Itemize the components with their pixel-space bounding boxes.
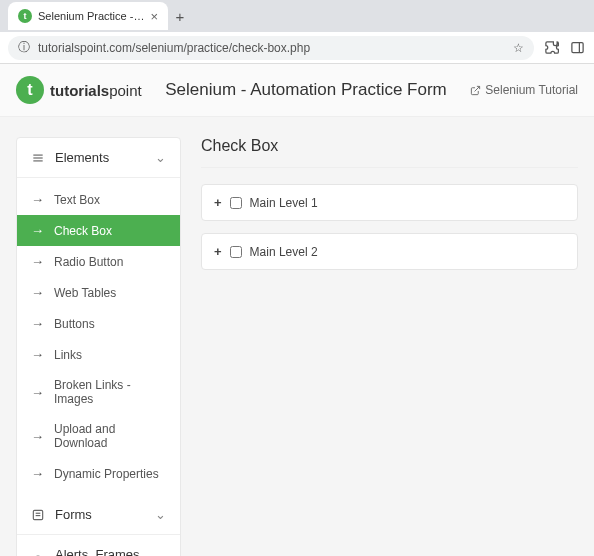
- section-elements[interactable]: Elements ⌄: [17, 138, 180, 178]
- browser-chrome: t Selenium Practice - Check B × + ⓘ tuto…: [0, 0, 594, 64]
- forms-icon: [31, 508, 45, 522]
- nav-item-check-box[interactable]: →Check Box: [17, 215, 180, 246]
- nav-item-label: Buttons: [54, 317, 95, 331]
- site-info-icon[interactable]: ⓘ: [18, 39, 30, 56]
- nav-item-links[interactable]: →Links: [17, 339, 180, 370]
- nav-item-label: Dynamic Properties: [54, 467, 159, 481]
- nav-item-buttons[interactable]: →Buttons: [17, 308, 180, 339]
- nav-item-label: Web Tables: [54, 286, 116, 300]
- expand-icon[interactable]: +: [214, 244, 222, 259]
- page-header: t tutorialspoint Selenium - Automation P…: [0, 64, 594, 117]
- nav-item-upload-and-download[interactable]: →Upload and Download: [17, 414, 180, 458]
- svg-line-2: [475, 86, 480, 91]
- arrow-right-icon: →: [31, 223, 44, 238]
- section-forms[interactable]: Forms ⌄: [17, 495, 180, 535]
- divider: [201, 167, 578, 168]
- extensions-icon[interactable]: [542, 39, 560, 57]
- address-bar[interactable]: ⓘ tutorialspoint.com/selenium/practice/c…: [8, 36, 534, 60]
- section-alerts[interactable]: Alerts, Frames & Windows ⌄: [17, 535, 180, 556]
- level-label: Main Level 1: [250, 196, 318, 210]
- external-link-icon: [470, 85, 481, 96]
- arrow-right-icon: →: [31, 385, 44, 400]
- favicon-icon: t: [18, 9, 32, 23]
- level-checkbox[interactable]: [230, 246, 242, 258]
- nav-item-radio-button[interactable]: →Radio Button: [17, 246, 180, 277]
- chevron-down-icon: ⌄: [155, 507, 166, 522]
- tree-container: +Main Level 1+Main Level 2: [201, 184, 578, 270]
- new-tab-button[interactable]: +: [168, 8, 192, 25]
- menu-icon: [31, 151, 45, 165]
- nav-item-label: Links: [54, 348, 82, 362]
- toolbar: ⓘ tutorialspoint.com/selenium/practice/c…: [0, 32, 594, 64]
- tree-row-level-2: +Main Level 2: [201, 233, 578, 270]
- level-checkbox[interactable]: [230, 197, 242, 209]
- main-panel: Check Box +Main Level 1+Main Level 2: [201, 137, 578, 556]
- nav-item-label: Text Box: [54, 193, 100, 207]
- nav-item-web-tables[interactable]: →Web Tables: [17, 277, 180, 308]
- panel-icon[interactable]: [568, 39, 586, 57]
- sidebar: Elements ⌄ →Text Box→Check Box→Radio But…: [16, 137, 181, 556]
- tree-row-level-1: +Main Level 1: [201, 184, 578, 221]
- bookmark-star-icon[interactable]: ☆: [513, 41, 524, 55]
- content-area: Elements ⌄ →Text Box→Check Box→Radio But…: [0, 117, 594, 556]
- tab-title: Selenium Practice - Check B: [38, 10, 144, 22]
- logo[interactable]: t tutorialspoint: [16, 76, 142, 104]
- nav-item-dynamic-properties[interactable]: →Dynamic Properties: [17, 458, 180, 489]
- arrow-right-icon: →: [31, 285, 44, 300]
- arrow-right-icon: →: [31, 316, 44, 331]
- logo-text: tutorialspoint: [50, 82, 142, 99]
- arrow-right-icon: →: [31, 192, 44, 207]
- expand-icon[interactable]: +: [214, 195, 222, 210]
- arrow-right-icon: →: [31, 254, 44, 269]
- selenium-tutorial-link[interactable]: Selenium Tutorial: [470, 83, 578, 97]
- tab-strip: t Selenium Practice - Check B × +: [0, 0, 594, 32]
- main-title: Check Box: [201, 137, 578, 163]
- nav-items: →Text Box→Check Box→Radio Button→Web Tab…: [17, 178, 180, 495]
- nav-item-label: Check Box: [54, 224, 112, 238]
- nav-item-text-box[interactable]: →Text Box: [17, 184, 180, 215]
- close-tab-icon[interactable]: ×: [150, 9, 158, 24]
- nav-item-broken-links-images[interactable]: →Broken Links - Images: [17, 370, 180, 414]
- nav-item-label: Broken Links - Images: [54, 378, 166, 406]
- nav-item-label: Upload and Download: [54, 422, 166, 450]
- arrow-right-icon: →: [31, 429, 44, 444]
- logo-icon: t: [16, 76, 44, 104]
- nav-item-label: Radio Button: [54, 255, 123, 269]
- level-label: Main Level 2: [250, 245, 318, 259]
- browser-tab[interactable]: t Selenium Practice - Check B ×: [8, 2, 168, 30]
- page-title: Selenium - Automation Practice Form: [154, 80, 459, 100]
- svg-rect-0: [571, 43, 582, 53]
- chevron-down-icon: ⌄: [155, 150, 166, 165]
- arrow-right-icon: →: [31, 466, 44, 481]
- arrow-right-icon: →: [31, 347, 44, 362]
- url-text: tutorialspoint.com/selenium/practice/che…: [38, 41, 505, 55]
